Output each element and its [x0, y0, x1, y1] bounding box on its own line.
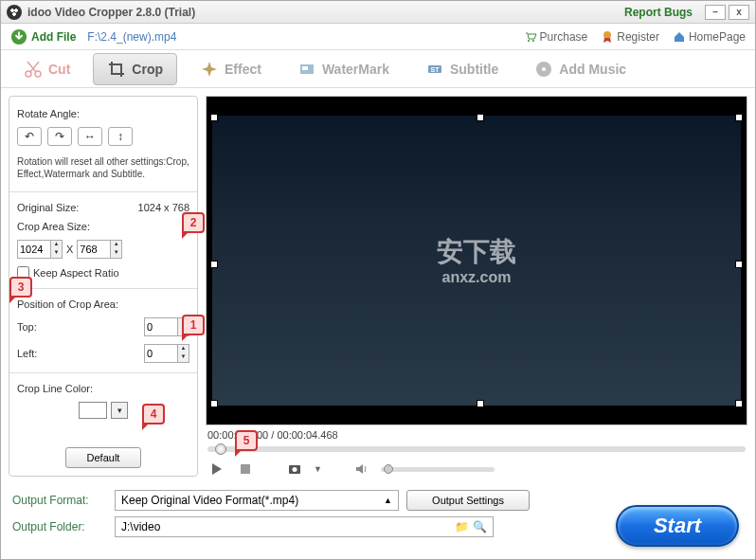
crop-icon [107, 60, 126, 79]
output-settings-button[interactable]: Output Settings [406, 490, 530, 511]
annotation-3: 3 [9, 277, 32, 298]
original-size-label: Original Size: [17, 202, 79, 213]
chevron-down-icon[interactable]: ▲ [384, 496, 392, 505]
register-link[interactable]: Register [601, 30, 659, 44]
rotate-ccw-button[interactable]: ↶ [17, 127, 42, 146]
crop-handle[interactable] [735, 400, 743, 407]
video-frame: 安下载 anxz.com [212, 116, 741, 406]
svg-point-11 [542, 67, 546, 71]
output-folder-value: J:\video [121, 520, 160, 533]
preview-watermark-text: 安下载 anxz.com [437, 236, 516, 286]
rotation-note: Rotation will reset all other settings:C… [17, 155, 189, 180]
stop-button[interactable] [236, 461, 255, 477]
left-stepper[interactable]: ▲▼ [144, 344, 189, 363]
keep-aspect-ratio-label: Keep Aspect Ratio [33, 267, 119, 279]
seek-thumb[interactable] [215, 443, 226, 455]
sparkle-icon [200, 60, 219, 79]
add-file-icon [10, 28, 27, 45]
flip-horizontal-button[interactable]: ↔ [78, 127, 102, 146]
minimize-button[interactable]: – [705, 5, 726, 20]
music-disc-icon [534, 60, 553, 79]
crop-width-stepper[interactable]: ▲▼ [17, 240, 63, 259]
volume-icon[interactable] [352, 461, 371, 477]
close-button[interactable]: x [729, 5, 749, 20]
folder-browse-icon[interactable]: 📁 [455, 520, 469, 533]
add-file-button[interactable]: Add File [10, 28, 76, 45]
default-button[interactable]: Default [65, 447, 141, 468]
file-path: F:\2.4_(new).mp4 [87, 30, 176, 44]
crop-height-input[interactable] [78, 241, 110, 258]
snapshot-button[interactable] [285, 461, 304, 477]
svg-point-14 [293, 467, 297, 472]
tab-crop[interactable]: Crop [93, 53, 177, 85]
main-area: Rotate Angle: ↶ ↷ ↔ ↕ Rotation will rese… [1, 88, 755, 484]
snapshot-dropdown-icon[interactable]: ▼ [314, 464, 322, 474]
flip-vertical-button[interactable]: ↕ [108, 127, 133, 146]
crop-handle[interactable] [210, 261, 218, 268]
top-input[interactable] [145, 318, 177, 335]
position-label: Position of Crop Area: [17, 298, 189, 310]
badge-icon [601, 30, 614, 44]
purchase-link[interactable]: Purchase [524, 30, 588, 44]
output-format-combo[interactable]: Keep Original Video Format(*.mp4) ▲ [115, 490, 399, 511]
report-bugs-link[interactable]: Report Bugs [624, 6, 693, 19]
output-folder-field[interactable]: J:\video 📁 🔍 [115, 516, 494, 537]
add-file-label: Add File [31, 30, 76, 44]
scissors-icon [24, 60, 43, 79]
svg-point-2 [532, 40, 534, 42]
cart-icon [524, 30, 537, 44]
output-format-value: Keep Original Video Format(*.mp4) [121, 494, 298, 507]
color-swatch[interactable] [79, 402, 107, 419]
volume-slider[interactable] [381, 467, 495, 472]
crop-height-stepper[interactable]: ▲▼ [77, 240, 122, 259]
tab-bar: Cut Crop Effect WaterMark ST Subtitle Ad… [1, 50, 755, 88]
subtitle-icon: ST [425, 60, 444, 79]
watermark-icon [297, 60, 316, 79]
home-icon [673, 30, 686, 44]
tab-cut[interactable]: Cut [10, 54, 83, 84]
play-button[interactable] [207, 461, 226, 477]
rotate-cw-button[interactable]: ↷ [47, 127, 72, 146]
crop-width-input[interactable] [18, 241, 50, 258]
svg-point-1 [528, 40, 530, 42]
app-logo-icon [7, 5, 22, 20]
file-toolbar: Add File F:\2.4_(new).mp4 Purchase Regis… [1, 24, 755, 50]
crop-settings-panel: Rotate Angle: ↶ ↷ ↔ ↕ Rotation will rese… [9, 96, 198, 477]
tab-effect[interactable]: Effect [187, 54, 275, 84]
top-label: Top: [17, 321, 55, 333]
annotation-4: 4 [142, 404, 165, 425]
seek-slider[interactable] [207, 446, 746, 452]
volume-thumb[interactable] [384, 464, 393, 474]
svg-rect-12 [241, 464, 250, 474]
video-preview[interactable]: 安下载 anxz.com [206, 96, 747, 425]
homepage-link[interactable]: HomePage [673, 30, 746, 44]
color-dropdown-button[interactable]: ▾ [111, 402, 128, 419]
output-format-label: Output Format: [12, 494, 107, 507]
window-title: idoo Video Cropper 2.8.0 (Trial) [27, 6, 195, 19]
search-icon[interactable]: 🔍 [473, 520, 487, 533]
output-folder-label: Output Folder: [12, 520, 107, 533]
tab-subtitle[interactable]: ST Subtitle [412, 54, 512, 84]
svg-point-3 [603, 31, 611, 39]
title-bar: idoo Video Cropper 2.8.0 (Trial) Report … [1, 1, 755, 24]
rotate-angle-label: Rotate Angle: [17, 108, 189, 119]
crop-handle[interactable] [735, 261, 743, 268]
svg-rect-7 [302, 66, 308, 70]
crop-line-color-label: Crop Line Color: [17, 383, 189, 394]
annotation-2: 2 [182, 212, 205, 233]
tab-watermark[interactable]: WaterMark [284, 54, 403, 84]
annotation-1: 1 [182, 315, 205, 335]
crop-handle[interactable] [477, 400, 484, 407]
playback-controls: ▼ [206, 461, 747, 477]
preview-panel: 安下载 anxz.com 00:00:00.000 / 00:00:04.468… [206, 96, 747, 477]
crop-handle[interactable] [210, 114, 218, 121]
tab-add-music[interactable]: Add Music [521, 54, 639, 84]
crop-handle[interactable] [477, 114, 484, 121]
crop-area-size-label: Crop Area Size: [17, 221, 189, 232]
crop-handle[interactable] [210, 400, 218, 407]
timecode-display: 00:00:00.000 / 00:00:04.468 [207, 429, 747, 441]
crop-handle[interactable] [735, 114, 743, 121]
left-label: Left: [17, 348, 55, 359]
start-button[interactable]: Start [616, 505, 739, 547]
left-input[interactable] [145, 345, 177, 362]
